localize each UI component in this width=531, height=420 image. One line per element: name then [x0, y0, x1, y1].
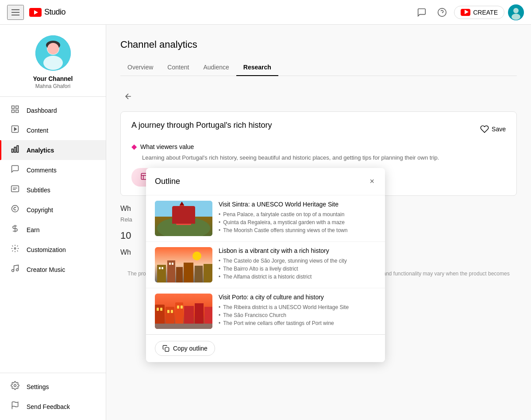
- copyright-icon: [11, 204, 19, 215]
- svg-rect-62: [160, 308, 162, 311]
- sintra-content: Visit Sintra: a UNESCO World Heritage Si…: [219, 201, 376, 236]
- sidebar-item-earn[interactable]: Earn: [0, 220, 106, 240]
- earn-icon: [11, 224, 19, 235]
- svg-rect-67: [155, 324, 212, 329]
- sidebar-item-analytics[interactable]: Analytics: [0, 140, 106, 160]
- subtitles-label: Subtitles: [27, 187, 50, 194]
- sidebar-item-customization[interactable]: Customization: [0, 240, 106, 260]
- svg-rect-15: [16, 110, 19, 113]
- lisbon-bullet-3: The Alfama district is a historic distri…: [219, 273, 376, 281]
- svg-marker-3: [465, 10, 469, 14]
- lisbon-title: Lisbon is a vibrant city with a rich his…: [219, 247, 376, 254]
- svg-point-5: [513, 8, 519, 13]
- svg-rect-36: [178, 210, 189, 225]
- viewers-desc: Learning about Portugal's rich history, …: [131, 154, 506, 161]
- sintra-bullet-3: The Moorish Castle offers stunning views…: [219, 226, 376, 234]
- sintra-bullet-2: Quinta da Regaleira, a mystical garden w…: [219, 218, 376, 226]
- svg-rect-45: [167, 260, 175, 283]
- sintra-thumbnail: [155, 201, 212, 236]
- feedback-label: Send Feedback: [27, 403, 70, 410]
- tab-research[interactable]: Research: [236, 59, 278, 76]
- svg-rect-68: [165, 347, 169, 351]
- svg-rect-50: [159, 267, 161, 269]
- help-button[interactable]: [434, 4, 450, 21]
- create-button[interactable]: CREATE: [454, 6, 504, 19]
- back-button[interactable]: [120, 88, 136, 104]
- porto-thumbnail: [155, 294, 212, 329]
- diamond-icon: ◆: [131, 142, 137, 151]
- svg-point-27: [12, 270, 14, 272]
- comments-label: Comments: [27, 167, 57, 174]
- settings-label: Settings: [27, 383, 49, 390]
- tab-content[interactable]: Content: [160, 59, 196, 76]
- channel-handle: Mahna Ghafori: [7, 83, 99, 89]
- svg-rect-37: [176, 216, 191, 225]
- content-icon: [11, 125, 19, 136]
- svg-rect-48: [195, 266, 203, 283]
- tab-overview[interactable]: Overview: [120, 59, 160, 76]
- svg-rect-40: [179, 213, 182, 217]
- tab-audience[interactable]: Audience: [196, 59, 236, 76]
- lisbon-bullet-2: The Bairro Alto is a lively district: [219, 265, 376, 273]
- nav-left: Studio: [7, 5, 65, 20]
- creator-music-label: Creator Music: [27, 266, 65, 273]
- outline-modal: Outline ×: [146, 168, 385, 362]
- topic-header: A journey through Portugal's rich histor…: [131, 121, 506, 137]
- studio-label: Studio: [44, 8, 65, 17]
- lisbon-bullets: The Castelo de São Jorge, stunning views…: [219, 257, 376, 281]
- copyright-label: Copyright: [27, 206, 53, 214]
- user-avatar[interactable]: [508, 4, 524, 20]
- svg-rect-63: [167, 310, 169, 313]
- channel-info: Your Channel Mahna Ghafori: [0, 25, 106, 97]
- sidebar-item-feedback[interactable]: Send Feedback: [0, 397, 106, 416]
- outline-item-lisbon: Lisbon is a vibrant city with a rich his…: [146, 241, 385, 288]
- svg-rect-64: [171, 310, 173, 313]
- sidebar-item-creator-music[interactable]: Creator Music: [0, 260, 106, 279]
- menu-button[interactable]: [7, 5, 24, 20]
- sidebar-item-content[interactable]: Content: [0, 120, 106, 140]
- svg-rect-38: [180, 205, 184, 211]
- tabs: Overview Content Audience Research: [120, 59, 517, 76]
- svg-rect-19: [14, 147, 15, 153]
- sidebar-item-subtitles[interactable]: Subtitles: [0, 180, 106, 200]
- porto-bullet-2: The São Francisco Church: [219, 311, 376, 319]
- messages-button[interactable]: [413, 4, 430, 21]
- save-button[interactable]: Save: [480, 125, 506, 134]
- viewers-value-label: What viewers value: [140, 143, 194, 150]
- svg-point-43: [192, 252, 201, 260]
- svg-point-9: [43, 56, 63, 70]
- subtitles-icon: [11, 184, 19, 195]
- svg-point-6: [512, 14, 520, 20]
- dashboard-label: Dashboard: [27, 107, 57, 114]
- outline-footer: Copy outline: [146, 334, 385, 362]
- close-button[interactable]: ×: [368, 175, 376, 188]
- porto-content: Visit Porto: a city of culture and histo…: [219, 294, 376, 329]
- porto-title: Visit Porto: a city of culture and histo…: [219, 294, 376, 301]
- outline-header: Outline ×: [146, 168, 385, 195]
- porto-bullet-1: The Ribeira district is a UNESCO World H…: [219, 303, 376, 311]
- avatar-inner: [35, 35, 71, 71]
- sidebar-item-comments[interactable]: Comments: [0, 160, 106, 180]
- copy-button[interactable]: Copy outline: [155, 341, 215, 356]
- analytics-icon: [11, 145, 19, 156]
- settings-icon: [11, 381, 19, 392]
- sidebar-item-dashboard[interactable]: Dashboard: [0, 100, 106, 120]
- sintra-bullet-1: Pena Palace, a fairytale castle on top o…: [219, 210, 376, 218]
- dashboard-icon: [11, 105, 19, 116]
- copy-label: Copy outline: [173, 345, 208, 352]
- sidebar-item-settings[interactable]: Settings: [0, 377, 106, 397]
- sidebar-item-copyright[interactable]: Copyright: [0, 200, 106, 220]
- svg-rect-20: [17, 146, 18, 153]
- svg-rect-41: [184, 213, 186, 217]
- svg-point-11: [47, 43, 59, 54]
- content-label: Content: [27, 127, 48, 134]
- feedback-icon: [11, 401, 19, 412]
- page-title: Channel analytics: [120, 39, 517, 50]
- svg-rect-51: [162, 267, 163, 269]
- topic-title: A journey through Portugal's rich histor…: [131, 121, 480, 130]
- svg-rect-65: [177, 305, 179, 309]
- viewers-value-row: ◆ What viewers value: [131, 142, 506, 151]
- lisbon-bullet-1: The Castelo de São Jorge, stunning views…: [219, 257, 376, 265]
- lisbon-content: Lisbon is a vibrant city with a rich his…: [219, 247, 376, 283]
- logo[interactable]: Studio: [29, 8, 65, 17]
